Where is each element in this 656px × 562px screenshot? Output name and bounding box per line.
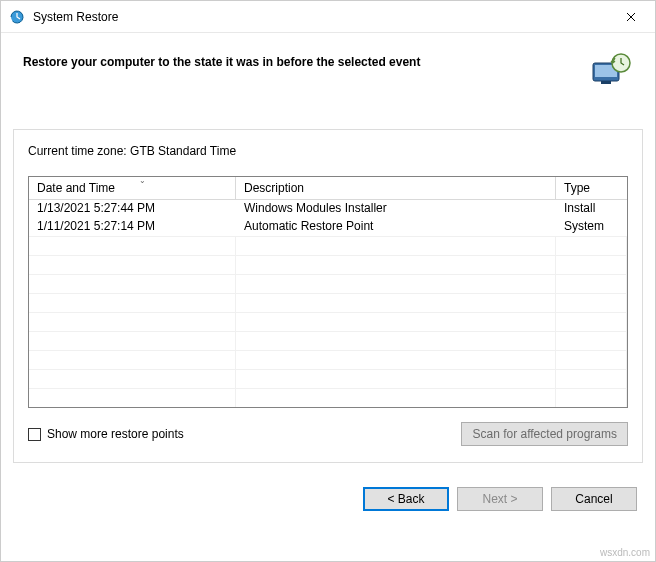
cell-description: Windows Modules Installer xyxy=(236,200,556,218)
checkbox-box-icon xyxy=(28,428,41,441)
back-button[interactable]: < Back xyxy=(363,487,449,511)
wizard-footer: < Back Next > Cancel xyxy=(1,473,655,527)
window-title: System Restore xyxy=(33,10,609,24)
column-header-description-label: Description xyxy=(244,181,304,195)
page-header: Restore your computer to the state it wa… xyxy=(1,33,655,109)
column-header-type[interactable]: Type xyxy=(556,177,627,200)
cell-datetime: 1/13/2021 5:27:44 PM xyxy=(29,200,236,218)
titlebar: System Restore xyxy=(1,1,655,33)
options-row: Show more restore points Scan for affect… xyxy=(28,422,628,446)
column-header-datetime-label: Date and Time xyxy=(37,181,115,195)
empty-rows xyxy=(29,236,627,407)
system-restore-icon xyxy=(9,9,25,25)
table-row[interactable]: 1/11/2021 5:27:14 PM Automatic Restore P… xyxy=(29,218,627,236)
cell-type: System xyxy=(556,218,627,236)
svg-rect-3 xyxy=(601,81,611,84)
next-button: Next > xyxy=(457,487,543,511)
show-more-checkbox[interactable]: Show more restore points xyxy=(28,427,184,441)
content-panel: Current time zone: GTB Standard Time Dat… xyxy=(13,129,643,463)
table-body: 1/13/2021 5:27:44 PM Windows Modules Ins… xyxy=(29,200,627,407)
close-button[interactable] xyxy=(609,2,653,32)
timezone-label: Current time zone: GTB Standard Time xyxy=(28,144,628,158)
restore-points-table: Date and Time ⌄ Description Type 1/13/20… xyxy=(28,176,628,408)
scan-affected-button: Scan for affected programs xyxy=(461,422,628,446)
monitor-clock-icon xyxy=(589,51,633,91)
cell-type: Install xyxy=(556,200,627,218)
column-header-type-label: Type xyxy=(564,181,590,195)
show-more-label: Show more restore points xyxy=(47,427,184,441)
column-header-datetime[interactable]: Date and Time ⌄ xyxy=(29,177,236,200)
column-header-description[interactable]: Description xyxy=(236,177,556,200)
page-title: Restore your computer to the state it wa… xyxy=(23,51,589,69)
sort-indicator-icon: ⌄ xyxy=(139,176,146,185)
table-row[interactable]: 1/13/2021 5:27:44 PM Windows Modules Ins… xyxy=(29,200,627,218)
watermark: wsxdn.com xyxy=(600,547,650,558)
cell-datetime: 1/11/2021 5:27:14 PM xyxy=(29,218,236,236)
table-header: Date and Time ⌄ Description Type xyxy=(29,177,627,200)
cell-description: Automatic Restore Point xyxy=(236,218,556,236)
cancel-button[interactable]: Cancel xyxy=(551,487,637,511)
